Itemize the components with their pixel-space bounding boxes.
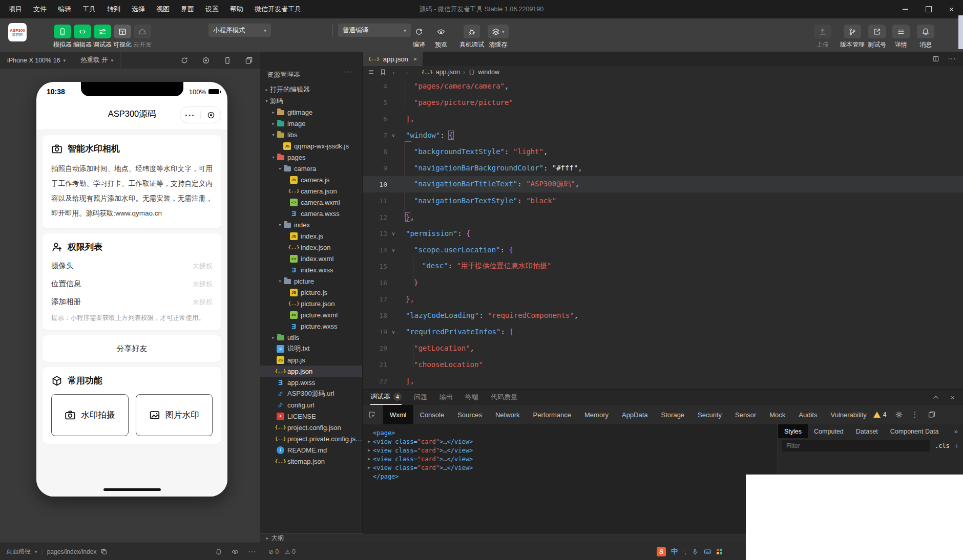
bookmark-icon[interactable] xyxy=(380,69,386,75)
filter-input[interactable]: Filter xyxy=(782,440,930,451)
code-line[interactable]: 10"navigationBarTitleText": "ASP300源码", xyxy=(363,176,963,192)
code-line[interactable]: 8"backgroundTextStyle": "light", xyxy=(363,143,963,160)
menu-item[interactable]: 设置 xyxy=(200,5,224,14)
output-tab[interactable]: 输出 xyxy=(439,390,453,405)
wxml-node[interactable]: </page> xyxy=(368,472,778,481)
tree-item[interactable]: Ǝapp.wxss xyxy=(260,377,362,388)
tree-item[interactable]: {..}picture.json xyxy=(260,298,362,309)
hot-reload-selector[interactable]: 热重载 开▾ xyxy=(73,52,121,69)
code-line[interactable]: 12}, xyxy=(363,209,963,225)
styles-tab-computed[interactable]: Computed xyxy=(808,424,850,438)
code-line[interactable]: 16} xyxy=(363,274,963,291)
tree-item[interactable]: ▸gitimage xyxy=(260,106,362,118)
chevron-up-icon[interactable] xyxy=(932,393,940,401)
remote-debug-button[interactable]: 真机调试 xyxy=(459,25,484,49)
tree-item[interactable]: config.url xyxy=(260,399,362,411)
ime-language-toggle[interactable]: 中 xyxy=(671,547,678,556)
panels-icon[interactable] xyxy=(928,411,936,419)
tree-item[interactable]: {..}camera.json xyxy=(260,185,362,197)
eye-icon[interactable] xyxy=(232,548,239,555)
wxml-node[interactable]: ▶<view class="card">…</view> xyxy=(368,437,778,446)
tree-item[interactable]: {..}project.config.json xyxy=(260,422,362,433)
compile-button[interactable]: 编译 xyxy=(413,25,425,49)
record-button[interactable] xyxy=(202,56,210,64)
tree-item[interactable]: Ǝcamera.wxss xyxy=(260,208,362,219)
tab-memory[interactable]: Memory xyxy=(578,405,615,424)
tree-item[interactable]: ▾libs xyxy=(260,129,362,140)
code-line[interactable]: 20"getLocation", xyxy=(363,340,963,356)
tree-item[interactable]: JSapp.js xyxy=(260,354,362,365)
minimize-button[interactable] xyxy=(894,0,917,18)
share-friends-button[interactable]: 分享好友 xyxy=(43,335,221,362)
forward-arrow-icon[interactable]: → xyxy=(403,69,410,76)
warning-badge[interactable]: 4 xyxy=(873,411,887,418)
watermark-capture-button[interactable]: 水印拍摄 xyxy=(51,394,129,436)
tree-item[interactable]: {..}sitemap.json xyxy=(260,456,362,467)
code-quality-tab[interactable]: 代码质量 xyxy=(491,390,517,405)
details-button[interactable]: 详情 xyxy=(892,25,910,49)
code-line[interactable]: 13∨"permission": { xyxy=(363,225,963,242)
debugger-button[interactable]: 调试器 xyxy=(94,25,111,49)
code-line[interactable]: 18"lazyCodeLoading": "requiredComponents… xyxy=(363,307,963,324)
code-line[interactable]: 7∨"window": { xyxy=(363,127,963,143)
device-button[interactable] xyxy=(223,56,232,64)
tree-item[interactable]: iREADME.md xyxy=(260,444,362,456)
code-line[interactable]: 9"navigationBarBackgroundColor": "#fff", xyxy=(363,160,963,176)
preview-button[interactable]: 预览 xyxy=(435,25,447,49)
sogou-logo-icon[interactable]: S xyxy=(657,547,666,556)
editor-button[interactable]: 编辑器 xyxy=(74,25,91,49)
permission-row[interactable]: 摄像头未授权 xyxy=(51,257,213,275)
tab-sources[interactable]: Sources xyxy=(451,405,489,424)
code-line[interactable]: 5"pages/picture/picture" xyxy=(363,94,963,111)
tab-performance[interactable]: Performance xyxy=(527,405,578,424)
tree-item[interactable]: ★LICENSE xyxy=(260,411,362,422)
menu-item[interactable]: 界面 xyxy=(175,5,200,14)
expand-arrow-icon[interactable]: ▶ xyxy=(368,439,373,444)
code-line[interactable]: 14∨"scope.userLocation": { xyxy=(363,242,963,258)
expand-arrow-icon[interactable]: ▶ xyxy=(368,465,373,470)
tree-item[interactable]: JSqqmap-wx-jssdk.js xyxy=(260,140,362,152)
tree-item[interactable]: ▸utils xyxy=(260,332,362,343)
menu-item[interactable]: 文件 xyxy=(28,5,52,14)
cls-button[interactable]: .cls xyxy=(935,442,950,449)
tree-item[interactable]: Ǝindex.wxss xyxy=(260,264,362,275)
tree-item[interactable]: JScamera.js xyxy=(260,174,362,185)
mode-dropdown[interactable]: 小程序模式▾ xyxy=(208,24,271,37)
expand-arrow-icon[interactable]: ▶ xyxy=(368,457,373,461)
code-line[interactable]: 6], xyxy=(363,111,963,127)
code-area[interactable]: 4"pages/camera/camera",5"pages/picture/p… xyxy=(363,78,963,389)
bell-icon[interactable] xyxy=(215,548,222,555)
menu-item[interactable]: 帮助 xyxy=(224,5,249,14)
device-selector[interactable]: iPhone X 100% 16▾ xyxy=(0,52,73,69)
simulator-button[interactable]: 模拟器 xyxy=(54,25,71,49)
more-icon[interactable]: ··· xyxy=(948,54,956,63)
tree-item[interactable]: ▾camera xyxy=(260,163,362,174)
copy-icon[interactable] xyxy=(100,548,108,555)
tab-vulnerability[interactable]: Vulnerability xyxy=(824,405,873,424)
outline-label[interactable]: 大纲 xyxy=(271,534,284,543)
expand-arrow-icon[interactable]: ▶ xyxy=(368,448,373,453)
tab-app-json[interactable]: {..} app.json × xyxy=(363,52,423,66)
more-icon[interactable]: ··· xyxy=(248,547,256,556)
tab-network[interactable]: Network xyxy=(489,405,527,424)
image-watermark-button[interactable]: 图片水印 xyxy=(136,394,213,436)
tab-security[interactable]: Security xyxy=(691,405,728,424)
back-arrow-icon[interactable]: ← xyxy=(391,69,398,76)
wxml-node[interactable]: ▶<view class="card">…</view> xyxy=(368,463,778,472)
tree-item[interactable]: ▾pages xyxy=(260,152,362,163)
maximize-button[interactable] xyxy=(917,0,940,18)
list-icon[interactable] xyxy=(368,69,374,75)
code-line[interactable]: 19∨"requiredPrivateInfos": [ xyxy=(363,324,963,340)
tab-console[interactable]: Console xyxy=(413,405,451,424)
tree-item[interactable]: ASP300源码.url xyxy=(260,388,362,399)
code-line[interactable]: 15"desc": "用于提供位置信息水印拍摄" xyxy=(363,258,963,274)
tree-item[interactable]: JSindex.js xyxy=(260,230,362,242)
tree-item[interactable]: ▾picture xyxy=(260,275,362,287)
close-tab-icon[interactable]: × xyxy=(413,55,417,63)
styles-tab-component-data[interactable]: Component Data xyxy=(884,424,945,438)
debugger-tab[interactable]: 调试器4 xyxy=(370,390,402,405)
tree-item[interactable]: ▾index xyxy=(260,219,362,230)
message-button[interactable]: 消息 xyxy=(917,25,934,49)
ime-grid-icon[interactable] xyxy=(717,549,723,555)
tree-item[interactable]: ▸image xyxy=(260,118,362,129)
